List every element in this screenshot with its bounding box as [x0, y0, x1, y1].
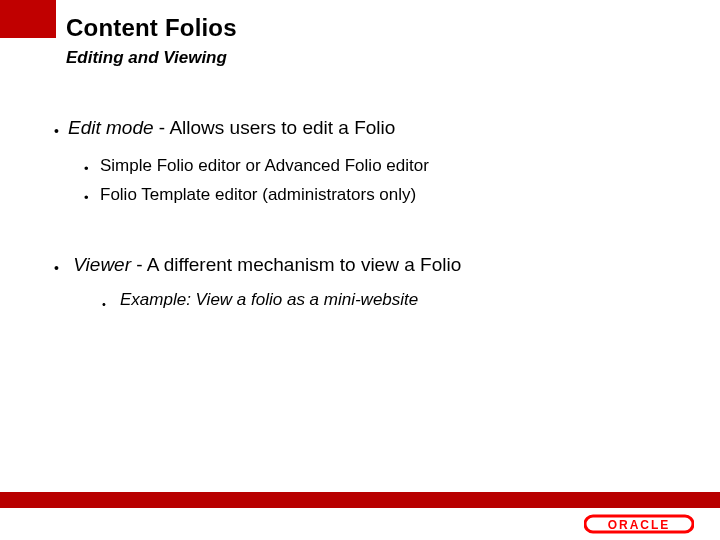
bullet-2-lead: Viewer: [73, 254, 131, 275]
oracle-logo-text: ORACLE: [608, 518, 671, 532]
slide: Content Folios Editing and Viewing • Edi…: [0, 0, 720, 540]
bullet-1: • Edit mode - Allows users to edit a Fol…: [54, 116, 664, 141]
bullet-2-text: Viewer - A different mechanism to view a…: [68, 253, 461, 278]
list-item: • Folio Template editor (administrators …: [84, 184, 664, 207]
content-area: • Edit mode - Allows users to edit a Fol…: [54, 116, 664, 318]
bullet-1-lead: Edit mode: [68, 117, 154, 138]
page-subtitle: Editing and Viewing: [66, 48, 227, 68]
bullet-1-sublist: • Simple Folio editor or Advanced Folio …: [84, 155, 664, 207]
bullet-2-rest: A different mechanism to view a Folio: [147, 254, 461, 275]
list-item: • Simple Folio editor or Advanced Folio …: [84, 155, 664, 178]
sub-item-text: Folio Template editor (administrators on…: [100, 184, 416, 207]
bullet-1-text: Edit mode - Allows users to edit a Folio: [68, 116, 395, 141]
sub-item-text: Example: View a folio as a mini-website: [120, 289, 418, 312]
oracle-logo: ORACLE: [584, 514, 694, 534]
bullet-dot-icon: •: [54, 124, 68, 138]
bullet-1-sep: -: [154, 117, 170, 138]
bullet-dot-icon: •: [102, 299, 120, 310]
sub-item-text: Simple Folio editor or Advanced Folio ed…: [100, 155, 429, 178]
footer-bar: [0, 492, 720, 508]
bullet-2-sep: -: [131, 254, 147, 275]
bullet-dot-icon: •: [84, 191, 100, 204]
bullet-dot-icon: •: [84, 162, 100, 175]
bullet-2: • Viewer - A different mechanism to view…: [54, 253, 664, 278]
bullet-2-sublist: • Example: View a folio as a mini-websit…: [102, 289, 664, 312]
accent-square: [0, 0, 56, 38]
page-title: Content Folios: [66, 14, 237, 42]
list-item: • Example: View a folio as a mini-websit…: [102, 289, 664, 312]
bullet-1-rest: Allows users to edit a Folio: [169, 117, 395, 138]
bullet-dot-icon: •: [54, 261, 68, 275]
